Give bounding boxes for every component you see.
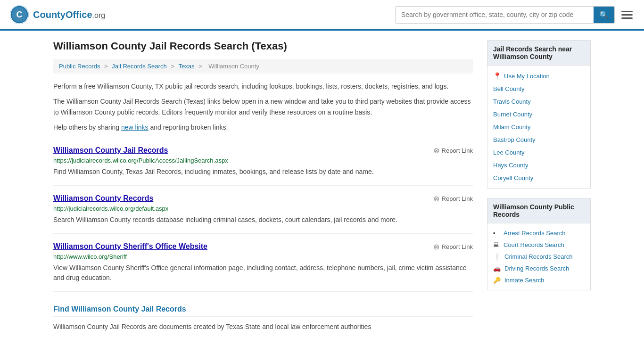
public-records-link[interactable]: Criminal Records Search xyxy=(504,253,573,260)
result-desc: Find Williamson County, Texas Jail Recor… xyxy=(53,167,473,177)
location-icon: 📍 xyxy=(493,72,501,80)
public-records-title: Williamson County Public Records xyxy=(487,198,590,223)
page-title: Williamson County Jail Records Search (T… xyxy=(53,40,473,52)
nearby-county-item[interactable]: Bastrop County xyxy=(487,133,590,146)
report-link[interactable]: ⊗ Report Link xyxy=(433,194,473,203)
breadcrumb-texas[interactable]: Texas xyxy=(178,63,194,70)
report-link[interactable]: ⊗ Report Link xyxy=(433,242,473,251)
public-records-link-item[interactable]: 🏛 Court Records Search xyxy=(487,239,590,251)
public-records-link-item[interactable]: 🚗 Driving Records Search xyxy=(487,263,590,274)
header-right: 🔍 xyxy=(395,6,635,24)
nearby-county-link[interactable]: Burnet County xyxy=(493,111,532,118)
nearby-county-link[interactable]: Coryell County xyxy=(493,174,533,181)
nearby-title: Jail Records Search near Williamson Coun… xyxy=(487,41,590,66)
bottom-description: Williamson County Jail Records are docum… xyxy=(53,321,473,332)
nearby-content: 📍 Use My Location Bell CountyTravis Coun… xyxy=(487,66,590,188)
description-3: Help others by sharing new links and rep… xyxy=(53,122,473,132)
nearby-county-link[interactable]: Bastrop County xyxy=(493,136,536,143)
public-records-link-item[interactable]: 🔑 Inmate Search xyxy=(487,274,590,286)
search-bar: 🔍 xyxy=(395,6,615,24)
breadcrumb-public-records[interactable]: Public Records xyxy=(59,63,100,70)
new-links-link[interactable]: new links xyxy=(121,123,149,131)
description-3-post: and reporting broken links. xyxy=(149,123,228,131)
public-records-list: ▪ Arrest Records Search 🏛 Court Records … xyxy=(487,227,590,286)
breadcrumb-current: Williamson County xyxy=(208,63,259,70)
result-title[interactable]: Williamson County Sheriff's Office Websi… xyxy=(53,242,207,251)
result-desc: Search Williamson County records databas… xyxy=(53,215,473,225)
public-records-box: Williamson County Public Records ▪ Arres… xyxy=(487,198,591,290)
report-link[interactable]: ⊗ Report Link xyxy=(433,146,473,155)
public-records-link[interactable]: Driving Records Search xyxy=(504,265,569,272)
result-item: Williamson County Jail Records ⊗ Report … xyxy=(53,138,473,186)
menu-line-1 xyxy=(621,11,633,12)
nearby-county-link[interactable]: Travis County xyxy=(493,98,531,105)
nearby-county-item[interactable]: Lee County xyxy=(487,146,590,159)
nearby-counties-list: Bell CountyTravis CountyBurnet CountyMil… xyxy=(487,82,590,184)
description-3-pre: Help others by sharing xyxy=(53,123,121,131)
main-container: Williamson County Jail Records Search (T… xyxy=(44,31,600,350)
breadcrumb-sep-1: > xyxy=(104,63,109,70)
public-records-link[interactable]: Arrest Records Search xyxy=(504,230,566,237)
nearby-county-item[interactable]: Bell County xyxy=(487,82,590,95)
search-input[interactable] xyxy=(396,7,594,22)
logo-area: C CountyOffice.org xyxy=(9,5,105,25)
result-url[interactable]: http://judicialrecords.wilco.org/default… xyxy=(53,205,473,212)
public-records-link-item[interactable]: ❕ Criminal Records Search xyxy=(487,251,590,263)
result-title[interactable]: Williamson County Records xyxy=(53,194,153,203)
search-button[interactable]: 🔍 xyxy=(594,7,614,23)
results-container: Williamson County Jail Records ⊗ Report … xyxy=(53,138,473,292)
sidebar-link-icon: 🏛 xyxy=(493,241,500,248)
description-1: Perform a free Williamson County, TX pub… xyxy=(53,81,473,91)
nearby-county-link[interactable]: Lee County xyxy=(493,149,525,156)
sidebar-link-icon: ▪ xyxy=(493,230,500,237)
nearby-county-item[interactable]: Milam County xyxy=(487,121,590,133)
breadcrumb-sep-3: > xyxy=(198,63,204,70)
use-my-location-item[interactable]: 📍 Use My Location xyxy=(487,69,590,82)
menu-line-3 xyxy=(621,17,633,19)
sidebar: Jail Records Search near Williamson Coun… xyxy=(487,40,591,340)
sidebar-link-icon: 🚗 xyxy=(493,265,501,272)
public-records-link[interactable]: Inmate Search xyxy=(504,277,545,284)
report-label: Report Link xyxy=(442,243,473,250)
menu-button[interactable] xyxy=(619,9,635,21)
nearby-county-item[interactable]: Burnet County xyxy=(487,108,590,121)
nearby-county-link[interactable]: Bell County xyxy=(493,85,524,92)
header: C CountyOffice.org 🔍 xyxy=(0,0,644,31)
result-title[interactable]: Williamson County Jail Records xyxy=(53,146,168,155)
sidebar-link-icon: ❕ xyxy=(493,253,501,260)
result-header: Williamson County Records ⊗ Report Link xyxy=(53,194,473,203)
breadcrumb-sep-2: > xyxy=(171,63,176,70)
report-icon: ⊗ xyxy=(433,242,439,251)
svg-text:C: C xyxy=(17,10,23,19)
menu-line-2 xyxy=(621,14,633,16)
breadcrumb-jail-records[interactable]: Jail Records Search xyxy=(112,63,166,70)
report-icon: ⊗ xyxy=(433,146,439,155)
result-header: Williamson County Jail Records ⊗ Report … xyxy=(53,146,473,155)
result-desc: View Williamson County Sheriff's Office … xyxy=(53,263,473,283)
result-header: Williamson County Sheriff's Office Websi… xyxy=(53,242,473,251)
use-my-location-link[interactable]: Use My Location xyxy=(504,73,550,80)
nearby-county-link[interactable]: Hays County xyxy=(493,162,528,169)
nearby-county-item[interactable]: Travis County xyxy=(487,95,590,108)
result-item: Williamson County Records ⊗ Report Link … xyxy=(53,186,473,234)
logo-text: CountyOffice.org xyxy=(33,9,105,20)
report-label: Report Link xyxy=(442,147,473,154)
nearby-county-item[interactable]: Hays County xyxy=(487,159,590,172)
logo-icon: C xyxy=(9,5,29,25)
nearby-county-item[interactable]: Coryell County xyxy=(487,172,590,184)
report-label: Report Link xyxy=(442,195,473,202)
breadcrumb: Public Records > Jail Records Search > T… xyxy=(53,59,473,74)
public-records-content: ▪ Arrest Records Search 🏛 Court Records … xyxy=(487,223,590,290)
main-content: Williamson County Jail Records Search (T… xyxy=(53,40,473,340)
report-icon: ⊗ xyxy=(433,194,439,203)
sidebar-link-icon: 🔑 xyxy=(493,277,501,284)
result-url[interactable]: http://www.wilco.org/Sheriff xyxy=(53,253,473,260)
public-records-link-item[interactable]: ▪ Arrest Records Search xyxy=(487,227,590,239)
result-url[interactable]: https://judicialrecords.wilco.org/Public… xyxy=(53,157,473,164)
nearby-county-link[interactable]: Milam County xyxy=(493,123,530,131)
result-item: Williamson County Sheriff's Office Websi… xyxy=(53,234,473,292)
public-records-link[interactable]: Court Records Search xyxy=(504,241,564,248)
description-2: The Williamson County Jail Records Searc… xyxy=(53,96,473,117)
nearby-box: Jail Records Search near Williamson Coun… xyxy=(487,40,591,189)
bottom-section-heading: Find Williamson County Jail Records xyxy=(53,300,473,317)
